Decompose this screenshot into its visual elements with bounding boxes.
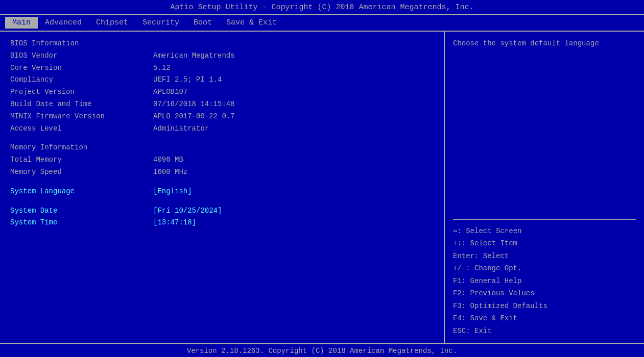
minix-fw-value: APLO 2017-09-22 0.7 [153,111,235,123]
menu-item-boot[interactable]: Boot [186,17,219,29]
key-change-opt: +/-: Change Opt. [453,262,636,275]
title-text: Aptio Setup Utility - Copyright (C) 2018… [170,3,473,12]
system-date-value: [Fri 10/25/2024] [153,205,222,217]
key-select-screen: ⇔: Select Screen [453,225,636,238]
system-date-row[interactable]: System Date [Fri 10/25/2024] [10,205,434,217]
core-version-value: 5.12 [153,62,171,74]
gap-2 [10,178,434,186]
footer: Version 2.18.1263. Copyright (C) 2018 Am… [0,343,644,357]
key-f2: F2: Previous Values [453,287,636,300]
key-f3: F3: Optimized Defaults [453,300,636,313]
bios-screen: Aptio Setup Utility - Copyright (C) 2018… [0,0,644,357]
access-level-value: Administrator [153,123,209,135]
compliancy-row: Compliancy UEFI 2.5; PI 1.4 [10,74,434,86]
system-time-row[interactable]: System Time [13:47:18] [10,217,434,229]
content-area: BIOS Information BIOS Vendor American Me… [0,32,644,343]
memory-speed-label: Memory Speed [10,166,153,178]
total-memory-row: Total Memory 4096 MB [10,154,434,166]
bios-info-header-label: BIOS Information [10,38,153,50]
access-level-label: Access Level [10,123,153,135]
project-version-value: APLOB107 [153,86,187,98]
build-date-value: 07/16/2018 14:15:48 [153,98,235,111]
memory-info-header-label: Memory Information [10,142,153,154]
access-level-row: Access Level Administrator [10,123,434,135]
bios-vendor-label: BIOS Vendor [10,50,153,62]
core-version-label: Core Version [10,62,153,74]
memory-info-header: Memory Information [10,142,434,154]
panel-divider [453,219,636,220]
menu-item-security[interactable]: Security [135,17,186,29]
key-f1: F1: General Help [453,275,636,288]
system-time-value: [13:47:18] [153,217,196,229]
menu-item-main[interactable]: Main [5,17,38,29]
gap-1 [10,135,434,142]
system-date-label: System Date [10,205,153,217]
key-enter: Enter: Select [453,250,636,263]
menu-item-chipset[interactable]: Chipset [89,17,135,29]
core-version-row: Core Version 5.12 [10,62,434,74]
total-memory-value: 4096 MB [153,154,183,166]
system-language-value: [English] [153,186,192,198]
left-panel: BIOS Information BIOS Vendor American Me… [0,32,445,343]
bios-vendor-value: American Megatrends [153,50,235,62]
memory-speed-value: 1600 MHz [153,166,187,178]
key-esc: ESC: Exit [453,325,636,338]
minix-fw-row: MINIX Firmware Version APLO 2017-09-22 0… [10,111,434,123]
key-help-section: ⇔: Select Screen ↑↓: Select Item Enter: … [453,225,636,338]
menu-item-save-and-exit[interactable]: Save & Exit [219,17,284,29]
menu-bar[interactable]: MainAdvancedChipsetSecurityBootSave & Ex… [0,15,644,32]
footer-text: Version 2.18.1263. Copyright (C) 2018 Am… [187,347,457,355]
project-version-label: Project Version [10,86,153,98]
title-bar: Aptio Setup Utility - Copyright (C) 2018… [0,0,644,15]
compliancy-value: UEFI 2.5; PI 1.4 [153,74,222,86]
bios-vendor-row: BIOS Vendor American Megatrends [10,50,434,62]
total-memory-label: Total Memory [10,154,153,166]
menu-item-advanced[interactable]: Advanced [38,17,89,29]
help-text: Choose the system default language [453,38,636,214]
minix-fw-label: MINIX Firmware Version [10,111,153,123]
build-date-row: Build Date and Time 07/16/2018 14:15:48 [10,98,434,111]
right-panel: Choose the system default language ⇔: Se… [445,32,644,343]
system-time-label: System Time [10,217,153,229]
memory-speed-row: Memory Speed 1600 MHz [10,166,434,178]
system-language-row[interactable]: System Language [English] [10,186,434,198]
system-language-label: System Language [10,186,153,198]
build-date-label: Build Date and Time [10,98,153,111]
bios-info-header: BIOS Information [10,38,434,50]
project-version-row: Project Version APLOB107 [10,86,434,98]
gap-3 [10,198,434,205]
key-f4: F4: Save & Exit [453,312,636,325]
key-select-item: ↑↓: Select Item [453,237,636,250]
compliancy-label: Compliancy [10,74,153,86]
